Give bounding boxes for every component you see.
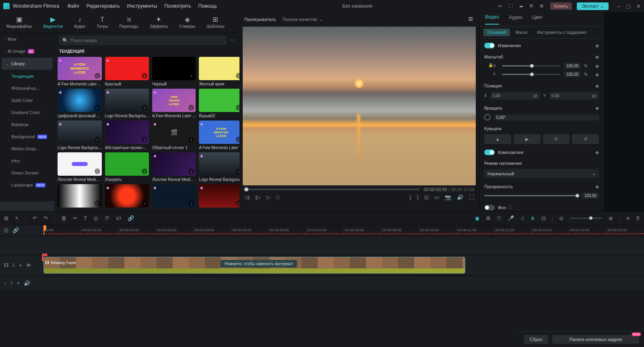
media-tile[interactable]: ◆↓Логотип Reveal Medi...	[152, 152, 196, 182]
tab-effects[interactable]: ✦Эффекты	[150, 16, 168, 29]
media-tile[interactable]: ↓Желтый крем	[199, 57, 239, 86]
sidebar-sub-fun[interactable]: #FilmoraFun...	[0, 82, 54, 94]
tl-grid-icon[interactable]: ⊞	[4, 215, 8, 221]
media-tile[interactable]: ◆🎬↓Обратный отсчет 1	[152, 121, 196, 150]
pos-x-input[interactable]: 0,00px	[490, 92, 540, 100]
tl-mixer-icon[interactable]: ⋔	[530, 215, 535, 221]
search-box[interactable]: 🔍	[59, 35, 227, 45]
media-tile[interactable]: ◆↓Logo Reveal Backgrou...	[58, 121, 102, 150]
track-add-icon[interactable]: +	[19, 262, 22, 268]
track-add-icon[interactable]: +	[17, 280, 20, 286]
tl-music-icon[interactable]: ♫	[520, 215, 524, 221]
timeline-ruler[interactable]: 00:0000:00:01:00 00:00:02:0000:00:03:00 …	[43, 225, 644, 235]
rotate-dial[interactable]	[484, 114, 491, 121]
subtab-basic[interactable]: Основной	[483, 29, 510, 36]
scrub-bar[interactable]	[244, 189, 420, 190]
bg-toggle[interactable]	[484, 205, 495, 210]
menu-edit[interactable]: Редактировать	[87, 3, 120, 9]
tl-adjust-icon[interactable]: ⚲	[636, 215, 640, 221]
camera-icon[interactable]: 📷	[445, 194, 451, 200]
media-tile[interactable]: ↓Взрыв02	[199, 89, 239, 118]
zoom-out-button[interactable]: ⊖	[559, 215, 564, 221]
subtab-mask[interactable]: Маска	[512, 29, 531, 36]
tl-tag-icon[interactable]: 🏷	[116, 215, 121, 221]
cloud-icon[interactable]: ▭	[498, 3, 504, 9]
lock-icon[interactable]: 🔒	[488, 63, 493, 67]
tab-templates[interactable]: ⊞Шаблоны	[206, 16, 224, 29]
reset-button[interactable]: Сброс	[524, 335, 548, 344]
pos-y-input[interactable]: 0,00px	[549, 92, 599, 100]
menu-tools[interactable]: Инструменты	[127, 3, 157, 9]
volume-icon[interactable]: 🔊	[457, 194, 463, 200]
media-tile[interactable]: ↓Ускорить	[105, 152, 149, 182]
opacity-slider[interactable]	[484, 195, 578, 196]
keyframe-icon[interactable]: ◆	[595, 43, 599, 48]
tl-speed-icon[interactable]: ⏱	[104, 215, 109, 221]
tl-cursor-icon[interactable]: ↖	[15, 215, 19, 221]
save-icon[interactable]: ⛶	[508, 3, 514, 9]
tab-stickers[interactable]: ◈Стикеры	[179, 16, 195, 29]
media-tile[interactable]: ↓Логотип Reveal Medi...	[58, 152, 102, 182]
flip-v-button[interactable]: ▶	[514, 134, 541, 144]
apps-icon[interactable]: ⊞	[540, 3, 545, 9]
changes-toggle[interactable]	[484, 43, 495, 48]
tl-text-icon[interactable]: T	[84, 215, 87, 221]
preview-viewport[interactable]	[243, 27, 476, 185]
tab-audio-prop[interactable]: Аудио	[509, 15, 522, 24]
keyframe-icon[interactable]: ◆	[595, 150, 599, 155]
sidebar-collapse[interactable]: ‹	[0, 202, 54, 211]
keyframe-icon[interactable]: ◆	[595, 105, 599, 111]
snapshot-icon[interactable]: 🖼	[469, 17, 474, 22]
media-tile[interactable]: ◆↓	[199, 184, 239, 208]
play-button[interactable]: ▷	[266, 194, 270, 200]
quality-dropdown[interactable]: Полное качество⌄	[283, 17, 324, 22]
track-vis-icon[interactable]: 👁	[26, 262, 31, 268]
tab-audio[interactable]: ♪Аудио	[74, 16, 85, 29]
prev-frame-button[interactable]: ◁|	[244, 194, 250, 200]
keyframe-icon[interactable]: ◆	[595, 184, 599, 189]
tl-cut-icon[interactable]: ✂	[73, 215, 77, 221]
tl-undo-icon[interactable]: ↶	[33, 215, 37, 221]
tab-video[interactable]: Видео	[485, 14, 499, 25]
maximize-button[interactable]: ▢	[626, 3, 631, 9]
tab-titles[interactable]: TТитры	[97, 16, 108, 29]
media-tile[interactable]: ◆↓Logo Reveal Backgrou...	[105, 89, 149, 118]
sidebar-sub-motion[interactable]: Motion Grap...	[0, 143, 54, 155]
buy-button[interactable]: Купить	[550, 2, 572, 10]
menu-file[interactable]: Файл	[67, 3, 79, 9]
keyframe-icon[interactable]: ◆	[595, 83, 599, 89]
media-tile[interactable]: ↓Черный	[152, 57, 196, 86]
compositing-toggle[interactable]	[484, 150, 495, 155]
menu-view[interactable]: Посмотреть	[164, 3, 191, 9]
sidebar-sub-grad[interactable]: Gradient Color	[0, 106, 54, 118]
tl-list-icon[interactable]: ≡	[626, 215, 630, 221]
fullscreen-icon[interactable]: ⛶	[469, 194, 474, 200]
keyframe-icon[interactable]: ◆	[595, 63, 599, 69]
mark-out-icon[interactable]: }	[417, 194, 419, 200]
sidebar-sub-trend[interactable]: Тенденция	[0, 70, 54, 82]
tl-marker-icon[interactable]: ▽	[497, 215, 501, 221]
close-button[interactable]: ✕	[636, 3, 641, 9]
sidebar-item-my[interactable]: ›Мои	[0, 33, 54, 45]
blend-mode-select[interactable]: Нормальный⌄	[484, 169, 599, 178]
media-tile[interactable]: ◆↓	[152, 184, 196, 208]
tab-transitions[interactable]: ⤭Переходы	[120, 16, 138, 29]
track-mute-icon[interactable]: 🔊	[24, 280, 30, 286]
rotate-cw-button[interactable]: ↻	[543, 134, 570, 144]
media-tile[interactable]: ◆↓	[105, 184, 149, 208]
sidebar-sub-intro[interactable]: Intro	[0, 155, 54, 167]
search-input[interactable]	[70, 38, 223, 43]
tl-link-icon[interactable]: 🔗	[128, 215, 134, 221]
tab-color[interactable]: Цвет	[532, 15, 543, 24]
media-tile[interactable]: ◆↓Абстрактные промо-...	[105, 121, 149, 150]
media-tile[interactable]: ↓	[58, 184, 102, 208]
upload-icon[interactable]: ☁	[519, 3, 524, 9]
tl-crop-icon[interactable]: ◎	[93, 215, 98, 221]
sidebar-sub-green[interactable]: Green Screen	[0, 167, 54, 179]
tab-media[interactable]: ▣Медиафайлы	[6, 16, 32, 29]
subtab-ai[interactable]: Инструменты с поддержко	[533, 29, 590, 36]
keyframe-icon[interactable]: ◆	[595, 54, 599, 60]
tl-redo-icon[interactable]: ↷	[43, 215, 48, 221]
sidebar-item-ai[interactable]: ›AI ImageAI	[0, 45, 54, 57]
media-tile[interactable]: ◆↓Цифровой фоновый ...	[58, 89, 102, 118]
